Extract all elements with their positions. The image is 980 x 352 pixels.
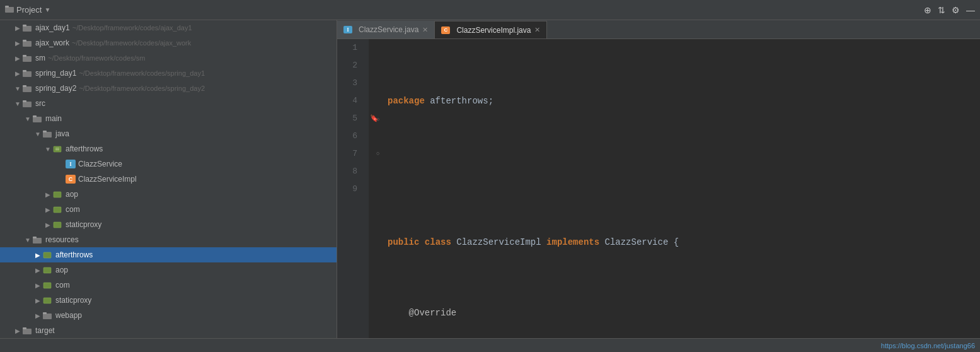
- tab-clazz-service-impl-label: ClazzServiceImpl.java: [456, 26, 531, 35]
- project-sidebar[interactable]: ajax_day1 ~/Desktop/framework/codes/ajax…: [0, 20, 337, 338]
- tab-clazz-service[interactable]: I ClazzService.java ✕: [337, 21, 435, 38]
- svg-rect-11: [23, 85, 26, 87]
- sidebar-item-afterthrows-pkg[interactable]: afterthrows: [0, 141, 337, 156]
- path-ajax-day1: ~/Desktop/framework/codes/ajax_day1: [72, 24, 192, 32]
- svg-rect-6: [23, 56, 32, 62]
- sidebar-item-staticproxy[interactable]: staticproxy: [0, 217, 337, 232]
- sidebar-item-sm[interactable]: sm ~/Desktop/framework/codes/sm: [0, 50, 337, 66]
- svg-rect-21: [54, 192, 61, 197]
- sidebar-item-aop-res[interactable]: aop: [0, 262, 337, 278]
- folder-icon-open: [23, 85, 33, 92]
- status-bar: https://blog.csdn.net/justang66: [0, 338, 980, 352]
- svg-rect-26: [43, 252, 51, 258]
- sidebar-item-main[interactable]: main: [0, 111, 337, 126]
- sidebar-item-spring-day1[interactable]: spring_day1 ~/Desktop/framework/codes/sp…: [0, 66, 337, 81]
- label-java: java: [55, 129, 69, 138]
- code-content[interactable]: package afterthrows; public class ClazzS…: [381, 39, 980, 338]
- sort-button[interactable]: ⇅: [938, 5, 945, 15]
- svg-rect-25: [33, 237, 37, 238]
- arrow-main: [23, 115, 33, 122]
- interface-icon: I: [66, 160, 76, 168]
- sidebar-item-src[interactable]: src: [0, 96, 337, 111]
- label-com-res: com: [55, 281, 70, 290]
- svg-rect-12: [23, 102, 32, 107]
- svg-rect-30: [43, 314, 52, 319]
- gutter-marker-line5: ○: [376, 111, 379, 129]
- sidebar-item-afterthrows-res[interactable]: afterthrows: [0, 247, 337, 262]
- label-webapp: webapp: [55, 311, 82, 320]
- sidebar-item-staticproxy-res[interactable]: staticproxy: [0, 293, 337, 308]
- svg-rect-17: [43, 131, 47, 132]
- tab-clazz-service-impl-close[interactable]: ✕: [534, 26, 540, 34]
- sidebar-item-com[interactable]: com: [0, 202, 337, 217]
- tab-clazz-service-label: ClazzService.java: [359, 25, 418, 34]
- folder-icon: [43, 130, 53, 138]
- label-afterthrows-res: afterthrows: [55, 250, 93, 259]
- svg-rect-2: [23, 26, 32, 32]
- label-ajax-work: ajax_work: [35, 38, 69, 47]
- toolbar-actions: ⊕ ⇅ ⚙ —: [924, 5, 975, 15]
- svg-rect-29: [43, 298, 51, 303]
- folder-icon: [23, 100, 33, 107]
- tab-clazz-service-impl[interactable]: C ClazzServiceImpl.java ✕: [435, 21, 547, 38]
- arrow-aop-res: [33, 267, 43, 274]
- arrow-afterthrows-res: [33, 252, 43, 259]
- sidebar-item-spring-day2[interactable]: spring_day2 ~/Desktop/framework/codes/sp…: [0, 81, 337, 96]
- svg-rect-31: [43, 312, 47, 314]
- tab-clazz-service-close[interactable]: ✕: [422, 26, 428, 34]
- path-sm: ~/Desktop/framework/codes/sm: [48, 54, 145, 62]
- arrow-src: [13, 100, 23, 107]
- gutter: 🔖 ○ ○: [369, 39, 381, 338]
- sidebar-item-com-res[interactable]: com: [0, 278, 337, 293]
- package-icon: [53, 206, 63, 213]
- svg-rect-18: [54, 146, 61, 152]
- svg-rect-0: [5, 7, 14, 13]
- arrow-ajax-work: [13, 40, 23, 47]
- sidebar-item-clazz-service[interactable]: I ClazzService: [0, 156, 337, 172]
- arrow-ajax-day1: [13, 25, 23, 32]
- status-url: https://blog.csdn.net/justang66: [881, 342, 975, 349]
- line-num-7: 7: [337, 145, 362, 163]
- locate-button[interactable]: ⊕: [924, 5, 931, 15]
- sidebar-item-clazz-service-impl[interactable]: C ClazzServiceImpl: [0, 172, 337, 187]
- svg-rect-7: [23, 55, 26, 57]
- chevron-down-icon: ▼: [44, 6, 50, 13]
- arrow-resources: [23, 237, 33, 243]
- sidebar-item-ajax-work[interactable]: ajax_work ~/Desktop/framework/codes/ajax…: [0, 35, 337, 50]
- package-icon: [53, 221, 63, 228]
- folder-icon: [23, 54, 33, 62]
- folder-icon: [23, 327, 33, 334]
- label-staticproxy: staticproxy: [66, 220, 101, 229]
- code-editor[interactable]: 1 2 3 4 5 6 7 8 9 🔖 ○ ○ pa: [337, 39, 980, 338]
- folder-icon: [33, 236, 43, 243]
- annotation-override: @Override: [409, 304, 457, 322]
- label-aop: aop: [66, 190, 78, 199]
- folder-icon: [43, 312, 53, 319]
- kw-implements: implements: [546, 233, 599, 251]
- toolbar-project-label: Project: [16, 5, 42, 15]
- arrow-spring-day2: [13, 85, 23, 92]
- brace-open: {: [674, 233, 679, 251]
- line-num-9: 9: [337, 180, 362, 198]
- code-text: afterthrows;: [425, 92, 493, 110]
- label-main: main: [45, 114, 62, 123]
- package-icon: [53, 191, 63, 198]
- package-icon: [43, 281, 53, 289]
- package-icon: [53, 145, 63, 153]
- sidebar-item-webapp[interactable]: webapp: [0, 308, 337, 323]
- sidebar-item-aop[interactable]: aop: [0, 187, 337, 202]
- svg-rect-10: [23, 86, 32, 92]
- label-clazz-service: ClazzService: [78, 160, 122, 168]
- sidebar-item-ajax-day1[interactable]: ajax_day1 ~/Desktop/framework/codes/ajax…: [0, 20, 337, 35]
- project-folder-icon: [5, 5, 14, 15]
- minimize-button[interactable]: —: [966, 5, 975, 15]
- sidebar-item-target[interactable]: target: [0, 323, 337, 338]
- line-num-2: 2: [337, 57, 362, 74]
- interface-tab-icon: I: [343, 26, 352, 33]
- sidebar-item-resources[interactable]: resources: [0, 232, 337, 247]
- path-spring-day2: ~/Desktop/framework/codes/spring_day2: [79, 85, 205, 92]
- sidebar-item-java[interactable]: java: [0, 126, 337, 141]
- svg-rect-23: [54, 222, 61, 228]
- label-afterthrows-pkg: afterthrows: [66, 144, 103, 153]
- settings-button[interactable]: ⚙: [952, 5, 960, 15]
